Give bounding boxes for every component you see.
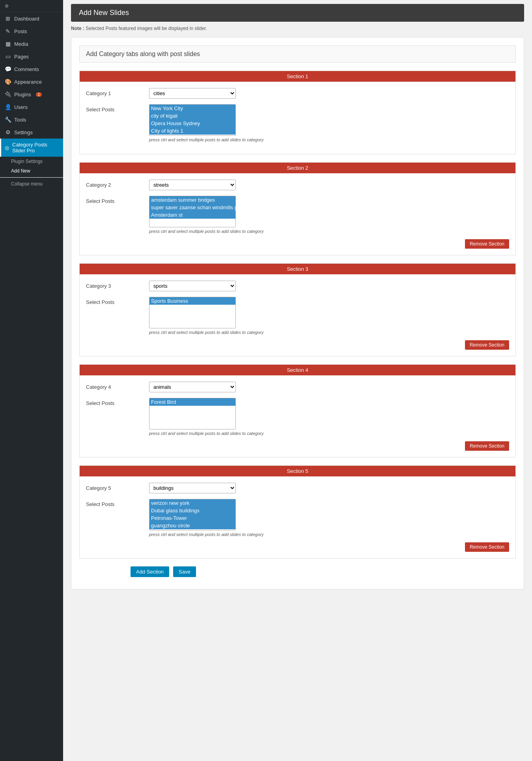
plugin-section-label: Category Posts Slider Pro	[12, 142, 58, 154]
section-body-3: Category 3sportsSelect PostsSports Busin…	[80, 274, 515, 356]
save-button[interactable]: Save	[173, 566, 196, 577]
plugins-icon: 🔌	[5, 91, 11, 97]
sidebar-item-pages[interactable]: ▭ Pages	[0, 50, 63, 63]
section-header-1: Section 1	[80, 71, 515, 82]
plugin-main-icon: ◎	[5, 145, 9, 151]
remove-section-button-4[interactable]: Remove Section	[465, 441, 509, 451]
pages-icon: ▭	[5, 53, 11, 60]
sidebar-label-settings: Settings	[14, 129, 33, 135]
posts-label-1: Select Posts	[86, 104, 149, 112]
category-row-4: Category 4animals	[86, 382, 509, 392]
comments-icon: 💬	[5, 66, 11, 72]
category-label-3: Category 3	[86, 281, 149, 289]
sections-container: Section 1Category 1citiesSelect PostsNew…	[79, 71, 516, 559]
posts-control-2: amsterdam summer bridgessuper saver zaan…	[149, 196, 509, 234]
sidebar: ⊛ ⊞ Dashboard ✎ Posts ▦ Media ▭ Pages 💬 …	[0, 0, 63, 761]
note-text: Selected Posts featured images will be d…	[86, 26, 207, 31]
posts-select-2[interactable]: amsterdam summer bridgessuper saver zaan…	[149, 196, 236, 227]
note-bar: Note : Selected Posts featured images wi…	[71, 26, 524, 31]
page-title: Add New Slides	[71, 4, 524, 22]
category-label-1: Category 1	[86, 88, 149, 96]
section-header-2: Section 2	[80, 163, 515, 173]
remove-section-button-2[interactable]: Remove Section	[465, 239, 509, 249]
add-section-button[interactable]: Add Section	[131, 566, 169, 577]
posts-control-1: New York Citycity of kigaliOpera House S…	[149, 104, 509, 142]
sidebar-label-plugins: Plugins	[14, 92, 31, 97]
sidebar-item-settings[interactable]: ⚙ Settings	[0, 126, 63, 139]
category-select-2[interactable]: streets	[149, 180, 236, 190]
remove-section-button-5[interactable]: Remove Section	[465, 542, 509, 552]
category-select-5[interactable]: buildings	[149, 483, 236, 493]
posts-select-4[interactable]: Forest Bird	[149, 398, 236, 429]
sidebar-item-users[interactable]: 👤 Users	[0, 101, 63, 113]
plugins-badge: 1	[36, 92, 42, 97]
sidebar-item-plugins[interactable]: 🔌 Plugins 1	[0, 88, 63, 101]
sidebar-item-media[interactable]: ▦ Media	[0, 37, 63, 50]
bottom-actions: Add Section Save	[79, 566, 516, 581]
posts-select-1[interactable]: New York Citycity of kigaliOpera House S…	[149, 104, 236, 136]
sidebar-label-posts: Posts	[14, 28, 27, 34]
sidebar-item-appearance[interactable]: 🎨 Appearance	[0, 75, 63, 88]
card-heading: Add Category tabs along with post slides	[79, 45, 516, 63]
category-control-1: cities	[149, 88, 509, 99]
section-block-3: Section 3Category 3sportsSelect PostsSpo…	[79, 263, 516, 356]
section-block-5: Section 5Category 5buildingsSelect Posts…	[79, 465, 516, 559]
section-header-5: Section 5	[80, 466, 515, 476]
sidebar-sub-plugin-settings[interactable]: Plugin Settings	[0, 157, 63, 166]
note-label: Note :	[71, 26, 84, 31]
sidebar-plugin-section[interactable]: ◎ Category Posts Slider Pro	[0, 139, 63, 157]
posts-label-2: Select Posts	[86, 196, 149, 204]
sidebar-label-appearance: Appearance	[14, 79, 42, 85]
main-card: Add Category tabs along with post slides…	[71, 37, 524, 589]
sidebar-label-dashboard: Dashboard	[14, 16, 39, 22]
posts-hint-3: press ctrl and select multiple posts to …	[149, 330, 509, 335]
sidebar-sub-add-new[interactable]: Add New	[0, 166, 63, 176]
sidebar-item-dashboard[interactable]: ⊞ Dashboard	[0, 12, 63, 25]
section-body-4: Category 4animalsSelect PostsForest Bird…	[80, 375, 515, 457]
section-body-5: Category 5buildingsSelect Postsverizon n…	[80, 476, 515, 558]
plugin-settings-label: Plugin Settings	[11, 159, 43, 164]
posts-label-3: Select Posts	[86, 297, 149, 305]
category-label-4: Category 4	[86, 382, 149, 390]
category-select-1[interactable]: cities	[149, 88, 236, 99]
section-body-2: Category 2streetsSelect Postsamsterdam s…	[80, 173, 515, 255]
posts-select-5[interactable]: verizon new yorkDubai glass buildingsPet…	[149, 499, 236, 530]
main-content: Add New Slides Note : Selected Posts fea…	[63, 0, 532, 761]
tools-icon: 🔧	[5, 116, 11, 123]
remove-section-button-3[interactable]: Remove Section	[465, 340, 509, 350]
sidebar-label-comments: Comments	[14, 66, 39, 72]
section-block-1: Section 1Category 1citiesSelect PostsNew…	[79, 71, 516, 154]
posts-label-5: Select Posts	[86, 499, 149, 507]
sidebar-item-comments[interactable]: 💬 Comments	[0, 63, 63, 75]
category-control-4: animals	[149, 382, 509, 392]
category-label-2: Category 2	[86, 180, 149, 188]
sidebar-item-posts[interactable]: ✎ Posts	[0, 25, 63, 37]
section-block-2: Section 2Category 2streetsSelect Postsam…	[79, 162, 516, 255]
posts-row-1: Select PostsNew York Citycity of kigaliO…	[86, 104, 509, 142]
category-select-3[interactable]: sports	[149, 281, 236, 291]
appearance-icon: 🎨	[5, 79, 11, 85]
posts-control-4: Forest Birdpress ctrl and select multipl…	[149, 398, 509, 436]
category-row-1: Category 1cities	[86, 88, 509, 99]
category-control-5: buildings	[149, 483, 509, 493]
media-icon: ▦	[5, 41, 11, 47]
section-body-1: Category 1citiesSelect PostsNew York Cit…	[80, 82, 515, 154]
collapse-label: Collapse menu	[11, 181, 43, 187]
posts-row-2: Select Postsamsterdam summer bridgessupe…	[86, 196, 509, 234]
posts-row-3: Select PostsSports Businesspress ctrl an…	[86, 297, 509, 335]
category-label-5: Category 5	[86, 483, 149, 491]
category-control-2: streets	[149, 180, 509, 190]
section-header-3: Section 3	[80, 264, 515, 274]
posts-select-3[interactable]: Sports Business	[149, 297, 236, 328]
sidebar-item-tools[interactable]: 🔧 Tools	[0, 113, 63, 126]
category-row-5: Category 5buildings	[86, 483, 509, 493]
sidebar-label-media: Media	[14, 41, 28, 47]
posts-control-3: Sports Businesspress ctrl and select mul…	[149, 297, 509, 335]
posts-row-4: Select PostsForest Birdpress ctrl and se…	[86, 398, 509, 436]
sidebar-collapse-menu[interactable]: Collapse menu	[0, 179, 63, 189]
category-control-3: sports	[149, 281, 509, 291]
category-select-4[interactable]: animals	[149, 382, 236, 392]
wp-icon: ⊛	[5, 3, 9, 9]
settings-icon: ⚙	[5, 129, 11, 135]
add-new-label: Add New	[11, 168, 30, 174]
